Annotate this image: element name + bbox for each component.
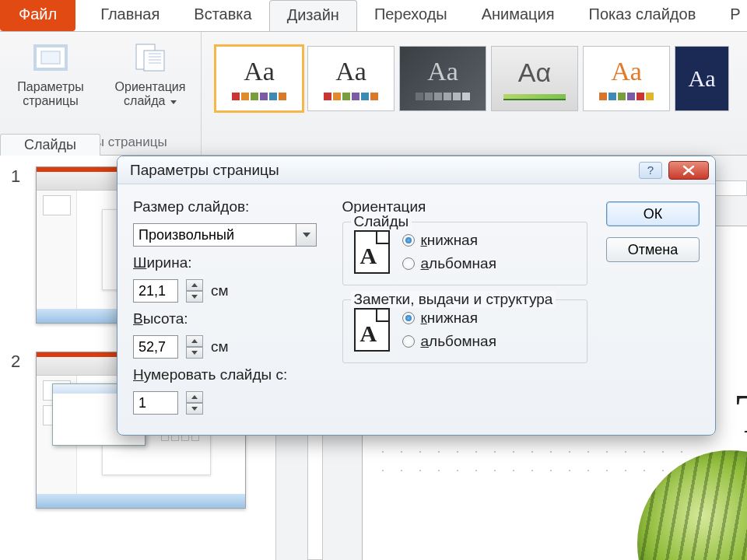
theme-thumb-4[interactable]: Aα: [491, 46, 578, 111]
ribbon-tabs: Файл Главная Вставка Дизайн Переходы Ани…: [0, 0, 747, 31]
height-unit: см: [211, 338, 229, 355]
slide-number: 1: [11, 166, 25, 324]
slide-size-select[interactable]: [133, 223, 296, 247]
width-label: Ширина:: [133, 254, 324, 271]
slide-size-label: Размер слайдов:: [133, 198, 324, 215]
slide-number: 2: [11, 352, 25, 509]
tab-home[interactable]: Главная: [83, 0, 177, 31]
close-icon: [682, 165, 696, 176]
notes-portrait-radio[interactable]: книжная: [402, 310, 496, 327]
notes-orientation-group: Заметки, выдачи и структура A книжная ал…: [342, 299, 588, 363]
number-from-label: Нумеровать слайды с:: [133, 366, 324, 383]
theme-thumb-2[interactable]: Aa: [307, 46, 395, 111]
theme-thumb-1[interactable]: Aa: [216, 46, 303, 111]
group-themes: Aa Aa Aa Aα Aa: [202, 32, 743, 155]
theme-thumb-3[interactable]: Aa: [399, 46, 486, 111]
height-spin-up[interactable]: [186, 335, 203, 347]
width-spin-up[interactable]: [186, 279, 203, 291]
tab-design[interactable]: Дизайн: [269, 0, 357, 31]
tab-slideshow[interactable]: Показ слайдов: [572, 0, 714, 31]
tab-transitions[interactable]: Переходы: [357, 0, 465, 31]
tab-file[interactable]: Файл: [0, 0, 75, 31]
dialog-title: Параметры страницы: [130, 162, 639, 179]
svg-rect-2: [41, 51, 60, 64]
page-setup-label-1: Параметры: [17, 80, 83, 94]
dialog-help-button[interactable]: ?: [639, 162, 662, 179]
ribbon: Параметры страницы Ориентация слайда: [0, 31, 747, 156]
orientation-icon: [132, 41, 169, 75]
cancel-button[interactable]: Отмена: [606, 237, 700, 262]
tab-cut[interactable]: Р: [713, 0, 743, 31]
tab-animation[interactable]: Анимация: [465, 0, 572, 31]
height-spin-down[interactable]: [186, 347, 203, 359]
text-fragment: Те: [736, 382, 747, 446]
height-input[interactable]: [133, 335, 178, 359]
page-setup-button[interactable]: Параметры страницы: [8, 38, 93, 109]
dialog-titlebar[interactable]: Параметры страницы ?: [117, 156, 715, 184]
page-portrait-icon: A: [354, 308, 390, 352]
slides-landscape-radio[interactable]: альбомная: [402, 255, 496, 272]
orientation-label-1: Ориентация: [115, 80, 186, 94]
theme-thumb-5[interactable]: Aa: [583, 46, 670, 111]
page-setup-label-2: страницы: [23, 94, 79, 108]
slides-group-legend: Слайды: [351, 213, 412, 230]
width-unit: см: [211, 282, 229, 299]
tab-insert[interactable]: Вставка: [177, 0, 268, 31]
width-input[interactable]: [133, 279, 178, 303]
orientation-label-2: слайда: [124, 94, 177, 108]
dialog-close-button[interactable]: [668, 161, 709, 180]
slide-size-dropdown[interactable]: [296, 223, 317, 247]
slide-orientation-button[interactable]: Ориентация слайда: [107, 38, 193, 109]
theme-thumb-6[interactable]: Aa: [675, 46, 729, 111]
slides-portrait-radio[interactable]: книжная: [402, 232, 496, 249]
height-label: Высота:: [133, 310, 324, 327]
page-portrait-icon: A: [354, 230, 390, 274]
page-setup-dialog: Параметры страницы ? Размер слайдов: Шир…: [117, 156, 716, 436]
width-spin-down[interactable]: [186, 291, 203, 303]
notes-landscape-radio[interactable]: альбомная: [402, 333, 496, 350]
page-setup-icon: [32, 41, 69, 75]
number-spin-up[interactable]: [186, 391, 203, 403]
slides-orientation-group: Слайды A книжная альбомная: [342, 222, 588, 285]
number-from-input[interactable]: [133, 391, 178, 415]
notes-group-legend: Заметки, выдачи и структура: [351, 291, 556, 308]
number-spin-down[interactable]: [186, 403, 203, 415]
ok-button[interactable]: ОК: [606, 201, 700, 226]
